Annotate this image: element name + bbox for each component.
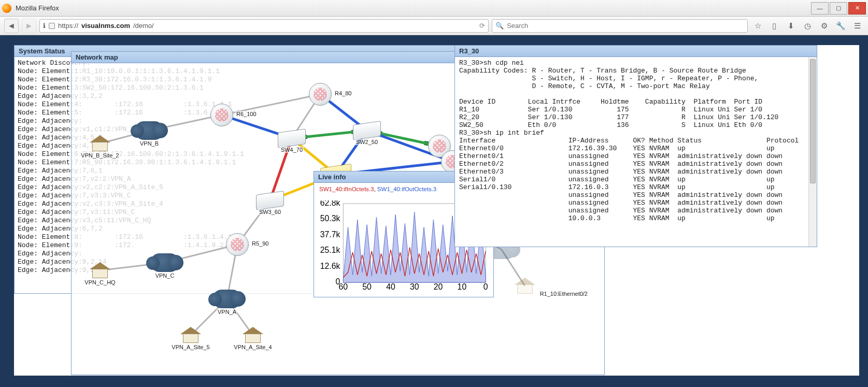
node-label: VPN_B [139,140,160,147]
house-icon [243,327,263,343]
svg-text:20: 20 [434,282,443,291]
svg-text:12.6k: 12.6k [320,262,340,270]
node-vpn_c[interactable]: VPN_C [150,253,179,272]
node-r6_100[interactable]: R6_100 [210,104,233,126]
url-bar[interactable]: ℹ https://visualnms.com/demo/ ⟳ [39,19,489,33]
identity-icon: ℹ [43,22,46,30]
svg-text:62.8k: 62.8k [320,200,340,207]
node-vpn_b[interactable]: VPN_B [135,121,164,140]
search-bar[interactable]: 🔍 [492,19,748,33]
forward-button[interactable]: ► [22,19,36,33]
lock-icon [49,23,55,29]
node-r5_90[interactable]: R5_90 [226,233,249,256]
house-icon [180,327,201,343]
house-icon [90,262,110,279]
url-host: visualnms.com [81,22,130,30]
node-label: VPN_B_Site_2 [80,152,120,159]
terminal-body[interactable]: R3_30>sh cdp nei Capability Codes: R - R… [455,57,817,247]
browser-titlebar: Mozilla Firefox — ▢ ✕ [0,0,868,17]
node-sw4_70[interactable]: SW4_70 [278,131,306,146]
devtools-icon[interactable]: 🔧 [834,19,847,33]
switch-icon [353,121,381,140]
app-canvas: System Status Network Discovery: Node: E… [14,45,859,376]
map-extra-label: R1_10:Ethernet0/2 [539,291,589,297]
house-icon [90,135,110,152]
node-label: R5_90 [251,240,269,247]
node-vpn_b_s2[interactable]: VPN_B_Site_2 [90,135,110,152]
search-input[interactable] [507,22,744,30]
terminal-reconnect-button[interactable] [805,51,813,52]
terminal-scrollbar[interactable] [808,57,817,247]
svg-text:40: 40 [386,282,395,291]
url-path: /demo/ [133,22,154,30]
node-label: SW2_50 [355,139,379,145]
node-r4_80[interactable]: R4_80 [309,83,332,106]
minimize-button[interactable]: — [811,2,829,15]
cloud-icon [212,290,241,308]
svg-text:25.1k: 25.1k [320,246,340,254]
svg-text:0: 0 [483,282,488,291]
router-icon [210,104,233,126]
node-sw2_50[interactable]: SW2_50 [353,123,381,138]
node-label: VPN_C [154,273,176,279]
node-house_far[interactable] [515,278,535,294]
firefox-icon [2,4,11,13]
hamburger-menu-icon[interactable]: ☰ [850,19,864,33]
node-label: VPN_C_HQ [83,279,116,285]
svg-text:30: 30 [410,282,419,291]
node-sw3_60[interactable]: SW3_60 [256,193,284,208]
page-content: System Status Network Discovery: Node: E… [0,35,868,387]
node-vpn_a_s4[interactable]: VPN_A_Site_4 [243,327,263,343]
cloud-icon [135,121,164,140]
node-label: R4_80 [334,90,352,96]
node-vpn_a_s5[interactable]: VPN_A_Site_5 [180,327,201,343]
refresh-icon[interactable]: ⟳ [479,22,485,30]
maximize-button[interactable]: ▢ [830,2,847,15]
svg-text:37.7k: 37.7k [320,230,340,239]
settings-gear-icon[interactable]: ⚙ [817,19,831,33]
search-icon: 🔍 [495,22,504,30]
node-label: R6_100 [235,111,258,117]
terminal-panel[interactable]: R3_30 R3_30>sh cdp nei Capability Codes:… [454,45,817,247]
browser-navbar: ◄ ► ℹ https://visualnms.com/demo/ ⟳ 🔍 ☆ … [0,17,868,35]
svg-text:60: 60 [339,282,348,291]
router-icon [309,83,332,106]
svg-text:10: 10 [458,282,467,291]
terminal-scroll-thumb[interactable] [810,59,816,183]
node-label: VPN_A [217,309,237,315]
terminal-title-text: R3_30 [459,47,479,55]
svg-text:50.3k: 50.3k [320,214,340,223]
switch-icon [256,191,284,210]
legend-series-2: SW1_40:ifOutOctets.3 [377,186,436,192]
node-vpn_c_hq[interactable]: VPN_C_HQ [90,262,110,279]
live-info-title-text: Live info [318,173,346,181]
url-scheme: https:// [58,22,78,30]
cloud-icon [150,253,179,272]
history-icon[interactable]: ◷ [801,19,814,33]
node-vpn_a[interactable]: VPN_A [212,290,241,308]
house-icon [515,278,535,294]
router-icon [226,233,249,256]
switch-icon [278,128,306,148]
window-title: Mozilla Firefox [16,4,59,12]
legend-series-1: SW1_40:ifInOctets.3 [319,186,374,192]
node-label: VPN_A_Site_5 [170,344,210,350]
bookmark-star-icon[interactable]: ☆ [751,19,764,33]
terminal-title[interactable]: R3_30 [455,46,817,57]
node-label: VPN_A_Site_4 [233,344,273,350]
library-icon[interactable]: ▯ [767,19,781,33]
downloads-icon[interactable]: ⬇ [784,19,798,33]
back-button[interactable]: ◄ [4,19,19,33]
node-label: SW4_70 [280,147,304,153]
node-label: SW3_60 [258,209,282,215]
svg-text:50: 50 [362,282,372,291]
close-button[interactable]: ✕ [848,2,866,15]
